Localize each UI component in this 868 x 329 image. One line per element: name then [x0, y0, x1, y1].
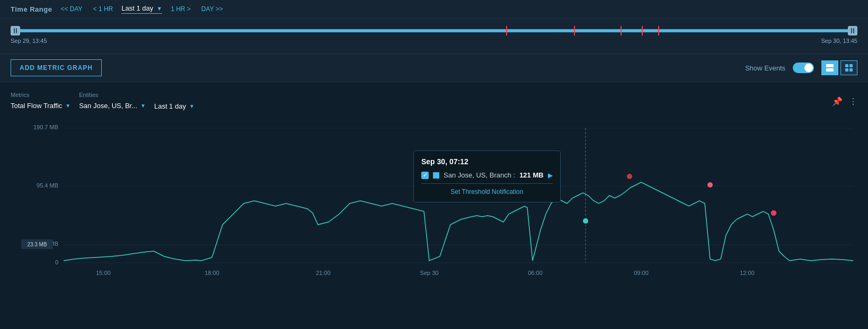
tooltip-entity: San Jose, US, Branch :: [444, 171, 515, 179]
slider-end-time: Sep 30, 13:45: [821, 38, 857, 44]
nav-prev-hr-button[interactable]: < 1 HR: [91, 4, 116, 14]
svg-text:Sep 30: Sep 30: [420, 270, 439, 276]
svg-text:12:00: 12:00: [740, 270, 755, 276]
tooltip-divider: [421, 183, 553, 184]
slider-handle-right[interactable]: [848, 26, 857, 35]
y-label-max: 190.7 MB: [33, 124, 58, 130]
slider-start-time: Sep 29, 13:45: [11, 38, 47, 44]
event-marker-4: [642, 26, 643, 35]
nav-next-hr-button[interactable]: 1 HR >: [169, 4, 193, 14]
chart-actions: 📌 ⋮: [832, 96, 857, 106]
toggle-knob: [804, 64, 813, 72]
more-options-icon[interactable]: ⋮: [849, 96, 857, 106]
tooltip-expand-arrow[interactable]: ▶: [548, 172, 553, 179]
svg-rect-5: [849, 68, 853, 72]
metrics-control: Metrics Total Flow Traffic ▼: [11, 92, 70, 112]
time-range-value: Last 1 day: [121, 4, 153, 12]
svg-rect-3: [849, 64, 853, 67]
tooltip-data-row: ✓ San Jose, US, Branch : 121 MB ▶: [421, 171, 553, 179]
chart-wrapper: 190.7 MB 95.4 MB 23.3 MB 0 23.3 MB 15:00…: [11, 119, 857, 283]
metrics-dropdown[interactable]: Total Flow Traffic ▼: [11, 100, 70, 112]
chart-controls: Metrics Total Flow Traffic ▼ Entities Sa…: [11, 91, 857, 112]
event-marker-5: [658, 26, 659, 35]
timerange-control: Last 1 day ▼: [154, 91, 194, 112]
add-metric-button[interactable]: ADD METRIC GRAPH: [11, 59, 102, 76]
svg-text:09:00: 09:00: [634, 270, 649, 276]
metrics-dropdown-arrow: ▼: [65, 103, 70, 109]
time-slider-container: Sep 29, 13:45 Sep 30, 13:45: [0, 19, 868, 54]
svg-text:06:00: 06:00: [528, 270, 543, 276]
svg-text:15:00: 15:00: [96, 270, 111, 276]
tooltip-dot: [582, 218, 589, 224]
svg-text:23.3 MB: 23.3 MB: [27, 242, 47, 247]
entities-label: Entities: [79, 92, 146, 98]
view-single-button[interactable]: [821, 60, 838, 75]
svg-rect-4: [845, 68, 848, 72]
time-range-dropdown[interactable]: Last 1 day ▼: [121, 4, 162, 14]
toolbar-right: Show Events: [745, 60, 857, 75]
entities-dropdown[interactable]: San Jose, US, Br... ▼: [79, 100, 146, 112]
event-marker-2: [574, 26, 575, 35]
view-grid-button[interactable]: [840, 60, 857, 75]
event-marker-3: [621, 26, 622, 35]
metrics-label: Metrics: [11, 92, 70, 98]
metrics-dropdown-value: Total Flow Traffic: [11, 102, 62, 110]
view-toggle: [821, 60, 857, 75]
view-grid-icon: [845, 64, 853, 72]
svg-rect-0: [826, 64, 834, 67]
event-marker-1: [506, 26, 507, 35]
svg-text:21:00: 21:00: [316, 270, 331, 276]
timerange-dropdown-arrow: ▼: [189, 103, 194, 109]
entities-dropdown-value: San Jose, US, Br...: [79, 102, 137, 110]
svg-point-25: [770, 210, 777, 216]
y-label-zero: 0: [55, 259, 58, 265]
y-label-mid: 95.4 MB: [37, 182, 58, 189]
entities-control: Entities San Jose, US, Br... ▼: [79, 92, 146, 112]
svg-rect-1: [826, 68, 834, 72]
time-range-label: Time Range: [11, 5, 52, 13]
svg-rect-2: [845, 64, 848, 67]
slider-track[interactable]: [11, 29, 857, 32]
checkmark-icon: ✓: [423, 172, 427, 178]
view-single-icon: [826, 64, 834, 72]
tooltip-checkbox[interactable]: ✓: [421, 172, 429, 179]
nav-prev-day-button[interactable]: << DAY: [58, 4, 84, 14]
top-bar: Time Range << DAY < 1 HR Last 1 day ▼ 1 …: [0, 0, 868, 19]
entities-dropdown-arrow: ▼: [140, 103, 146, 109]
tooltip-color-swatch: [433, 172, 439, 179]
svg-text:18:00: 18:00: [205, 270, 219, 276]
tooltip-timestamp: Sep 30, 07:12: [421, 157, 553, 166]
chart-section: Metrics Total Flow Traffic ▼ Entities Sa…: [0, 82, 868, 283]
slider-time-labels: Sep 29, 13:45 Sep 30, 13:45: [11, 38, 857, 44]
show-events-label: Show Events: [745, 64, 785, 72]
nav-next-day-button[interactable]: DAY >>: [199, 4, 225, 14]
svg-point-24: [707, 182, 713, 188]
tooltip-value: 121 MB: [519, 171, 544, 179]
pin-icon[interactable]: 📌: [832, 96, 843, 106]
svg-point-23: [627, 174, 632, 179]
show-events-toggle[interactable]: [793, 63, 814, 73]
set-threshold-button[interactable]: Set Threshold Notification: [421, 188, 553, 195]
tooltip: Sep 30, 07:12 ✓ San Jose, US, Branch : 1…: [413, 150, 561, 202]
timerange-dropdown[interactable]: Last 1 day ▼: [154, 100, 194, 112]
time-range-dropdown-arrow: ▼: [156, 5, 162, 12]
timerange-dropdown-value: Last 1 day: [154, 102, 186, 110]
toolbar: ADD METRIC GRAPH Show Events: [0, 54, 868, 82]
slider-handle-left[interactable]: [11, 26, 20, 35]
